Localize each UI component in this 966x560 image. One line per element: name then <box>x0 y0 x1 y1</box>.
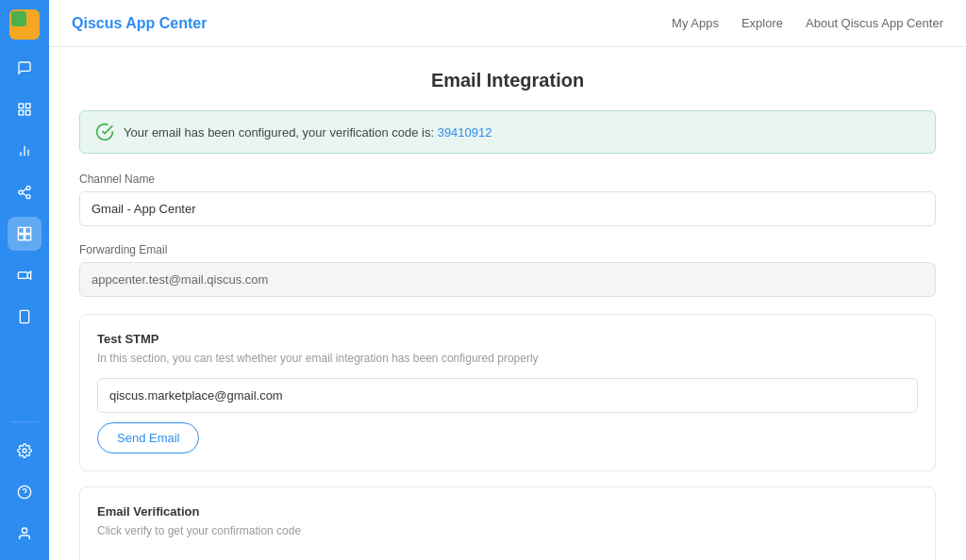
nav-links: My Apps Explore About Qiscus App Center <box>672 16 943 30</box>
svg-rect-3 <box>25 110 30 115</box>
svg-marker-17 <box>27 272 30 279</box>
share-icon[interactable] <box>8 175 42 209</box>
forwarding-email-group: Forwarding Email <box>79 243 936 297</box>
forwarding-email-label: Forwarding Email <box>79 243 936 256</box>
verification-code: 39410912 <box>438 125 492 140</box>
svg-point-8 <box>19 190 23 194</box>
check-circle-icon <box>95 123 114 141</box>
test-stmp-title: Test STMP <box>97 332 918 346</box>
test-stmp-desc: In this section, you can test whether yo… <box>97 352 918 365</box>
svg-rect-16 <box>18 272 27 279</box>
my-apps-link[interactable]: My Apps <box>672 16 719 30</box>
svg-rect-12 <box>18 227 24 233</box>
bar-chart-icon[interactable] <box>8 134 42 168</box>
chat-icon[interactable] <box>8 51 42 85</box>
svg-rect-15 <box>25 235 31 240</box>
divider <box>10 421 39 422</box>
brand-title: Qiscus App Center <box>72 15 207 32</box>
top-nav: Qiscus App Center My Apps Explore About … <box>49 0 966 47</box>
video-icon[interactable] <box>8 258 42 292</box>
profile-icon[interactable] <box>8 517 42 551</box>
svg-point-23 <box>22 528 26 533</box>
svg-rect-13 <box>25 227 31 233</box>
svg-line-10 <box>23 193 27 196</box>
help-icon[interactable] <box>8 475 42 509</box>
svg-point-7 <box>26 186 30 189</box>
apps-icon[interactable] <box>8 217 42 251</box>
success-banner: Your email has been configured, your ver… <box>79 110 936 154</box>
explore-link[interactable]: Explore <box>741 16 783 30</box>
svg-point-9 <box>26 195 30 199</box>
svg-rect-1 <box>25 104 30 108</box>
main-content: Email Integration Your email has been co… <box>49 47 966 560</box>
email-verification-desc: Click verify to get your confirmation co… <box>97 524 918 537</box>
svg-line-11 <box>23 189 27 191</box>
mobile-icon[interactable] <box>8 300 42 334</box>
svg-rect-2 <box>19 110 24 115</box>
list-icon[interactable] <box>8 92 42 126</box>
test-stmp-email-input[interactable] <box>97 378 918 413</box>
sidebar <box>0 0 49 560</box>
svg-point-20 <box>23 449 26 453</box>
send-email-button[interactable]: Send Email <box>97 422 199 453</box>
email-verification-title: Email Verification <box>97 504 918 519</box>
email-verification-section: Email Verification Click verify to get y… <box>79 486 936 560</box>
forwarding-email-input <box>79 262 936 297</box>
about-link[interactable]: About Qiscus App Center <box>806 16 943 30</box>
svg-rect-14 <box>18 235 24 240</box>
settings-icon[interactable] <box>8 434 42 468</box>
success-text: Your email has been configured, your ver… <box>124 125 492 140</box>
main-area: Qiscus App Center My Apps Explore About … <box>49 0 966 560</box>
page-title: Email Integration <box>79 70 936 91</box>
channel-name-input[interactable] <box>79 191 936 226</box>
test-stmp-section: Test STMP In this section, you can test … <box>79 314 936 471</box>
channel-name-label: Channel Name <box>79 173 936 186</box>
avatar <box>9 9 40 40</box>
channel-name-group: Channel Name <box>79 173 936 226</box>
svg-rect-0 <box>19 104 24 108</box>
